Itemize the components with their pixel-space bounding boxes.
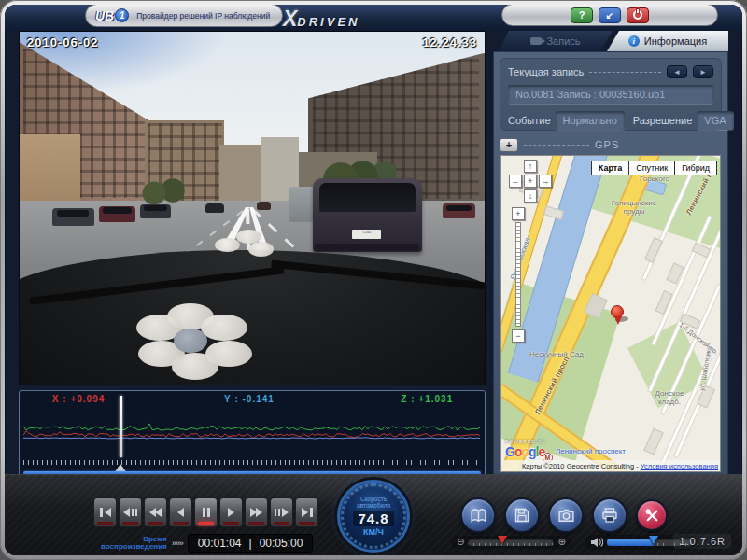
video-time-overlay: 12.24.33	[422, 35, 477, 49]
printer-icon	[601, 507, 618, 524]
trees-left	[140, 176, 187, 204]
skip-start-button[interactable]	[93, 497, 117, 527]
rewind-button[interactable]	[144, 497, 167, 527]
power-icon	[633, 10, 642, 20]
info-icon: i	[628, 35, 640, 47]
parked-car-right	[443, 203, 475, 218]
playback-time-display: 00:01:04 | 00:05:00	[188, 534, 314, 553]
record-tab-icon	[530, 37, 542, 45]
help-button[interactable]: ?	[571, 7, 593, 23]
fast-forward-button[interactable]	[245, 497, 268, 527]
terms-link[interactable]: Условия использования	[641, 462, 718, 470]
step-back-button[interactable]	[119, 497, 142, 527]
map-zoom-out-button[interactable]: −	[512, 329, 525, 343]
gsensor-readouts: X : +0.094 Y : -0.141 Z : +1.031	[20, 394, 485, 407]
speed-gauge-label: Скорость автомобиля	[357, 496, 390, 509]
speed-slider-thumb[interactable]	[498, 536, 507, 544]
dashcam-scene: Т255 2010-06-02	[20, 32, 485, 385]
window-controls: ? ↙	[501, 5, 718, 26]
map-copyright: Карты ©2010 Geocentre Consulting - Услов…	[501, 460, 720, 471]
map-zoom-in-button[interactable]: +	[512, 207, 525, 220]
flower-decoration	[136, 303, 248, 381]
brand-tagline: Провайдер решений IP наблюдений	[136, 11, 270, 21]
ub1-logo: UB	[95, 8, 114, 23]
timeline-ruler	[23, 460, 481, 465]
building-center-left	[219, 145, 261, 204]
map-location-pin	[611, 305, 624, 318]
map-pan-up-button[interactable]: ↑	[524, 160, 537, 173]
record-info-group: Текущая запись ◄ ► No.0081 Запись : 0003…	[500, 58, 722, 131]
building-left-near	[20, 134, 80, 208]
map-pan-down-button[interactable]: ↓	[524, 189, 537, 203]
save-button[interactable]	[504, 497, 540, 533]
xdriven-x: X	[283, 7, 297, 32]
map-type-map[interactable]: Карта	[591, 161, 629, 175]
play-reverse-button[interactable]	[169, 497, 192, 527]
control-bar: Время воспроизведения »»» 00:01:04 | 00:…	[5, 474, 742, 555]
gps-expand-button[interactable]: +	[500, 138, 518, 152]
map-type-switch: Карта Спутник Гибрид	[591, 161, 717, 175]
playback-arrows: »»»	[172, 539, 183, 548]
gps-map[interactable]: Горького Голицынские пруды Река Москва Н…	[500, 155, 721, 472]
volume-fill	[607, 539, 655, 546]
current-time: 00:01:04	[198, 537, 242, 550]
tab-information[interactable]: i Информация	[607, 31, 728, 51]
playback-time-row: Время воспроизведения »»» 00:01:04 | 00:…	[101, 534, 313, 553]
snapshot-button[interactable]	[548, 497, 584, 533]
map-label-ponds: Голицынские пруды	[600, 199, 668, 216]
google-attribution: POWERED BY Google	[505, 439, 546, 459]
speaker-icon	[590, 537, 603, 548]
car-distance	[205, 203, 224, 214]
bookmark-button[interactable]	[460, 497, 496, 533]
next-record-button[interactable]: ►	[693, 65, 713, 78]
close-power-button[interactable]	[627, 7, 649, 23]
map-type-satellite[interactable]: Спутник	[629, 161, 675, 175]
tools-icon	[644, 508, 660, 524]
information-panel: Текущая запись ◄ ► No.0081 Запись : 0003…	[493, 51, 728, 479]
print-button[interactable]	[592, 497, 627, 533]
faster-icon[interactable]: ⊕	[557, 538, 565, 547]
slower-icon[interactable]: ⊖	[457, 538, 464, 547]
record-name-field[interactable]: No.0081 Запись : 00035160.ub1	[508, 85, 713, 104]
side-panel: Запись i Информация Текущая запись ◄ ► N…	[493, 31, 728, 479]
map-zoom-slider[interactable]	[515, 222, 521, 327]
map-label-neskuchny: Нескучный Сад	[529, 350, 584, 358]
total-time: 00:05:00	[260, 537, 303, 550]
skip-end-button[interactable]	[295, 497, 318, 527]
book-icon	[470, 507, 487, 525]
current-record-label: Текущая запись	[508, 66, 584, 77]
map-pan-right-button[interactable]: →	[539, 175, 552, 188]
event-value-field: Нормально	[556, 111, 625, 130]
gsensor-panel: X : +0.094 Y : -0.141 Z : +1.031	[19, 390, 486, 477]
parked-car	[99, 206, 136, 222]
speed-slider[interactable]	[468, 539, 554, 546]
video-date-overlay: 2010-06-02	[27, 35, 99, 49]
parked-car	[52, 208, 94, 226]
gps-label: GPS	[595, 139, 619, 150]
flower-small	[215, 230, 275, 272]
resolution-label: Разрешение	[633, 115, 693, 126]
pause-button[interactable]	[194, 497, 218, 527]
playback-time-label: Время воспроизведения	[101, 536, 167, 551]
speed-value: 74.8	[353, 511, 393, 526]
volume-slider-thumb[interactable]	[649, 536, 658, 544]
transport-controls	[93, 497, 318, 527]
playhead-cursor[interactable]	[120, 396, 122, 457]
gps-section-header: + GPS	[500, 136, 722, 153]
floppy-icon	[514, 507, 530, 524]
resolution-value-field: VGA	[697, 111, 733, 130]
minivan-ahead: Т255	[313, 178, 422, 252]
map-label-metro: Ленинский проспект	[556, 447, 615, 455]
prev-record-button[interactable]: ◄	[667, 65, 687, 78]
tab-record[interactable]: Запись	[499, 31, 613, 51]
map-type-hybrid[interactable]: Гибрид	[675, 161, 717, 175]
map-pan-left-button[interactable]: ←	[509, 175, 522, 188]
map-center-button[interactable]: +	[524, 175, 537, 188]
play-button[interactable]	[219, 497, 243, 527]
ub1-brand-badge: UB 1 Провайдер решений IP наблюдений	[85, 5, 283, 27]
version-label: 1.0.7.6R	[673, 534, 731, 549]
step-forward-button[interactable]	[270, 497, 293, 527]
settings-button[interactable]	[636, 499, 668, 531]
minimize-button[interactable]: ↙	[599, 7, 621, 23]
map-label-gorky: Горького	[640, 175, 669, 183]
